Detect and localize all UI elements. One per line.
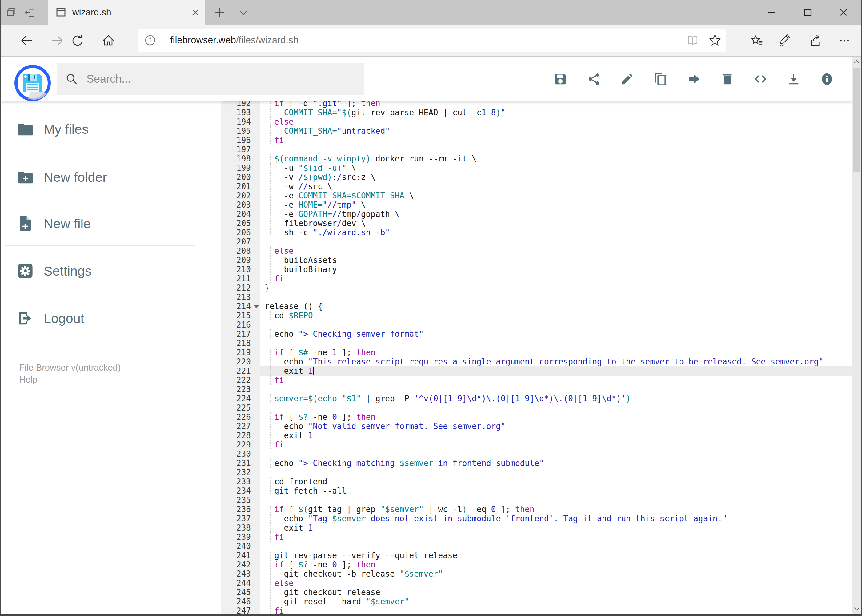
site-info-icon[interactable] (138, 29, 162, 52)
code-text[interactable]: buildAssets (260, 256, 852, 265)
code-text[interactable]: git rev-parse --verify --quiet release (260, 551, 852, 560)
code-line[interactable]: 214release () { (221, 302, 852, 311)
tab-list-chevron-icon[interactable] (236, 6, 251, 20)
scrollbar-thumb[interactable] (853, 68, 860, 172)
scroll-down-icon[interactable] (852, 604, 861, 614)
download-button[interactable] (782, 67, 806, 91)
code-text[interactable]: git fetch --all (260, 486, 852, 495)
code-line[interactable]: 195 COMMIT_SHA="untracked" (221, 126, 852, 136)
code-text[interactable]: exit 1 (260, 366, 852, 376)
code-line[interactable]: 239 fi (221, 532, 852, 542)
code-text[interactable]: sh -c "./wizard.sh -b" (260, 228, 852, 237)
code-editor[interactable]: 192 if [ -d ".git" ]; then193 COMMIT_SHA… (221, 102, 852, 614)
set-tabs-aside-icon[interactable] (23, 6, 37, 20)
code-line[interactable]: 192 if [ -d ".git" ]; then (221, 102, 852, 108)
rename-button[interactable] (615, 67, 640, 91)
code-line[interactable]: 221 exit 1 (221, 366, 852, 376)
delete-button[interactable] (715, 67, 739, 91)
code-line[interactable]: 247 fi (221, 606, 852, 614)
code-text[interactable] (260, 339, 852, 348)
tab-close-icon[interactable] (189, 6, 202, 19)
code-line[interactable]: 197 (221, 145, 852, 154)
code-text[interactable] (260, 542, 852, 551)
code-text[interactable]: echo "> Checking matching $semver in fro… (260, 459, 852, 468)
browser-tab-wizard-sh[interactable]: wizard.sh (48, 0, 205, 25)
code-line[interactable]: 229 fi (221, 440, 852, 449)
code-line[interactable]: 196 fi (221, 136, 852, 145)
code-text[interactable]: -w //src \ (260, 182, 852, 191)
code-text[interactable]: -v /$(pwd):/src:z \ (260, 173, 852, 182)
code-text[interactable]: git checkout -b release "$semver" (260, 569, 852, 578)
window-maximize-button[interactable] (797, 4, 819, 20)
code-line[interactable]: 200 -v /$(pwd):/src:z \ (221, 173, 852, 182)
code-text[interactable]: fi (260, 274, 852, 283)
scroll-up-icon[interactable] (852, 57, 861, 67)
code-line[interactable]: 205 filebrowser/dev \ (221, 218, 852, 228)
share-page-icon[interactable] (805, 31, 825, 50)
code-line[interactable]: 202 -e COMMIT_SHA=$COMMIT_SHA \ (221, 191, 852, 200)
code-text[interactable]: -e HOME="//tmp" \ (260, 200, 852, 209)
share-button[interactable] (581, 67, 606, 91)
code-text[interactable]: -e COMMIT_SHA=$COMMIT_SHA \ (260, 191, 852, 200)
code-line[interactable]: 201 -w //src \ (221, 182, 852, 191)
window-close-button[interactable] (833, 4, 854, 20)
code-text[interactable]: fi (260, 532, 852, 542)
code-line[interactable]: 225 (221, 403, 852, 412)
browser-menu-ellipsis-icon[interactable] (835, 31, 854, 50)
code-text[interactable]: echo "This release script requires a sin… (260, 357, 852, 366)
code-text[interactable] (260, 292, 852, 302)
code-line[interactable]: 246 git reset --hard "$semver" (221, 597, 852, 606)
code-line[interactable]: 218 (221, 339, 852, 348)
tab-preview-icon[interactable] (4, 6, 19, 20)
code-line[interactable]: 207 (221, 237, 852, 246)
code-text[interactable]: -u "$(id -u)" \ (260, 163, 852, 173)
code-line[interactable]: 244 else (221, 578, 852, 588)
code-line[interactable]: 203 -e HOME="//tmp" \ (221, 200, 852, 209)
copy-button[interactable] (648, 67, 673, 91)
code-text[interactable]: echo "Not valid semver format. See semve… (260, 422, 852, 431)
sidebar-item-logout[interactable]: Logout (1, 302, 199, 335)
code-line[interactable]: 222 fi (221, 376, 852, 385)
new-tab-button[interactable] (212, 6, 227, 20)
info-button[interactable] (815, 67, 839, 91)
sidebar-item-new-file[interactable]: New file (1, 207, 199, 240)
code-line[interactable]: 198 $(command -v winpty) docker run --rm… (221, 154, 852, 163)
code-text[interactable]: else (260, 578, 852, 588)
code-line[interactable]: 233 cd frontend (221, 477, 852, 486)
code-text[interactable]: if [ $? -ne 0 ]; then (260, 412, 852, 422)
code-text[interactable]: echo "Tag $semver does not exist in subm… (260, 514, 852, 523)
code-text[interactable]: if [ $# -ne 1 ]; then (260, 348, 852, 357)
code-text[interactable]: COMMIT_SHA="untracked" (260, 126, 852, 136)
code-line[interactable]: 219 if [ $# -ne 1 ]; then (221, 348, 852, 357)
save-button[interactable] (548, 67, 573, 91)
code-line[interactable]: 209 buildAssets (221, 256, 852, 265)
code-text[interactable] (260, 320, 852, 329)
fold-marker-icon[interactable] (254, 305, 259, 308)
code-line[interactable]: 211 fi (221, 274, 852, 283)
code-line[interactable]: 204 -e GOPATH=//tmp/gopath \ (221, 209, 852, 218)
code-text[interactable]: else (260, 117, 852, 126)
code-line[interactable]: 237 echo "Tag $semver does not exist in … (221, 514, 852, 523)
code-line[interactable]: 235 (221, 495, 852, 504)
code-text[interactable]: if [ -d ".git" ]; then (260, 102, 852, 108)
web-notes-pen-icon[interactable] (775, 31, 794, 50)
refresh-button[interactable] (69, 32, 86, 49)
code-line[interactable]: 231 echo "> Checking matching $semver in… (221, 459, 852, 468)
code-line[interactable]: 217 echo "> Checking semver format" (221, 329, 852, 339)
code-text[interactable] (260, 403, 852, 412)
code-text[interactable]: COMMIT_SHA="$(git rev-parse HEAD | cut -… (260, 108, 852, 117)
code-line[interactable]: 199 -u "$(id -u)" \ (221, 163, 852, 173)
forward-button[interactable] (49, 32, 66, 49)
sidebar-item-new-folder[interactable]: New folder (1, 160, 199, 194)
code-text[interactable] (260, 449, 852, 459)
code-text[interactable]: fi (260, 376, 852, 385)
code-text[interactable]: semver=$(echo "$1" | grep -P '^v(0|[1-9]… (260, 394, 852, 403)
code-text[interactable]: $(command -v winpty) docker run --rm -it… (260, 154, 852, 163)
code-text[interactable]: buildBinary (260, 265, 852, 274)
code-line[interactable]: 240 (221, 542, 852, 551)
code-line[interactable]: 230 (221, 449, 852, 459)
code-text[interactable]: filebrowser/dev \ (260, 218, 852, 228)
code-line[interactable]: 224 semver=$(echo "$1" | grep -P '^v(0|[… (221, 394, 852, 403)
code-text[interactable]: echo "> Checking semver format" (260, 329, 852, 339)
code-text[interactable]: } (260, 283, 852, 292)
